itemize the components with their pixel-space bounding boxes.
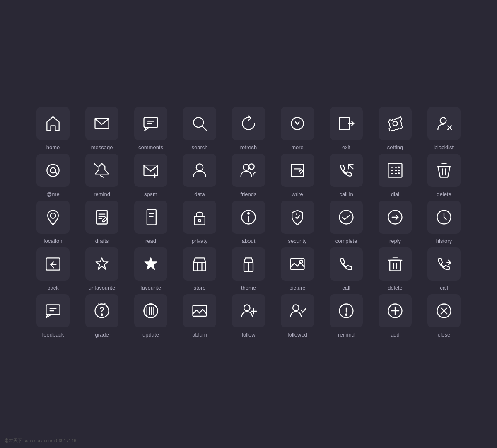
icon-spam[interactable]: spam — [128, 154, 174, 197]
icon-update[interactable]: update — [128, 294, 174, 338]
icon-row-2: @me remind spam data friends — [30, 154, 467, 197]
icon-atme[interactable]: @me — [30, 154, 76, 197]
icon-unfavourite[interactable]: unfavourite — [79, 247, 125, 291]
icon-more[interactable]: more — [275, 107, 320, 150]
icon-row-4: back unfavourite favourite store theme — [30, 247, 467, 291]
icon-exit[interactable]: exit — [323, 107, 369, 150]
svg-line-17 — [100, 176, 103, 177]
icon-comments[interactable]: comments — [128, 107, 174, 150]
svg-point-81 — [101, 314, 103, 315]
svg-point-13 — [47, 164, 59, 176]
icon-row-3: location drafts read privaty about — [30, 201, 467, 244]
icon-setting[interactable]: setting — [372, 107, 418, 150]
svg-point-24 — [249, 164, 254, 169]
icon-dial[interactable]: dial — [372, 154, 418, 197]
svg-point-70 — [300, 260, 303, 263]
icon-picture[interactable]: picture — [275, 247, 320, 291]
svg-point-51 — [198, 220, 201, 222]
icon-close[interactable]: close — [421, 294, 467, 338]
icon-data[interactable]: data — [177, 154, 222, 197]
svg-point-58 — [340, 211, 353, 224]
svg-line-27 — [349, 164, 353, 169]
icon-remind2[interactable]: remind — [323, 294, 369, 338]
icon-grid: home message comments search refresh — [14, 82, 483, 366]
icon-call-in[interactable]: call in — [323, 154, 369, 197]
svg-point-6 — [291, 117, 303, 129]
svg-point-10 — [440, 117, 446, 124]
icon-home[interactable]: home — [30, 107, 76, 150]
svg-rect-77 — [46, 305, 60, 315]
svg-point-23 — [243, 164, 249, 170]
icon-feedback[interactable]: feedback — [30, 294, 76, 338]
svg-rect-71 — [390, 260, 400, 271]
svg-point-54 — [248, 213, 249, 214]
svg-line-18 — [94, 164, 97, 167]
icon-favourite[interactable]: favourite — [128, 247, 174, 291]
icon-message[interactable]: message — [79, 107, 125, 150]
icon-search[interactable]: search — [177, 107, 222, 150]
icon-delete[interactable]: delete — [421, 154, 467, 197]
icon-history[interactable]: history — [421, 201, 467, 244]
icon-add[interactable]: add — [372, 294, 418, 338]
svg-point-22 — [196, 164, 203, 171]
icon-delete-trash[interactable]: delete — [372, 247, 418, 291]
icon-friends[interactable]: friends — [226, 154, 271, 197]
icon-call-2[interactable]: call — [421, 247, 467, 291]
svg-rect-47 — [147, 210, 156, 225]
svg-rect-62 — [46, 258, 60, 270]
svg-marker-15 — [95, 164, 109, 174]
icon-drafts[interactable]: drafts — [79, 201, 125, 244]
svg-point-14 — [51, 168, 56, 173]
icon-row-5: feedback grade update ablum follow — [30, 294, 467, 338]
svg-line-5 — [202, 126, 207, 131]
icon-write[interactable]: write — [275, 154, 320, 197]
svg-line-56 — [297, 216, 299, 218]
svg-rect-50 — [194, 216, 205, 225]
icon-reply[interactable]: reply — [372, 201, 418, 244]
icon-privaty[interactable]: privaty — [177, 201, 222, 244]
icon-location[interactable]: location — [30, 201, 76, 244]
svg-point-91 — [244, 305, 250, 311]
svg-marker-65 — [145, 258, 157, 269]
icon-back[interactable]: back — [30, 247, 76, 291]
svg-point-9 — [393, 121, 398, 126]
svg-point-89 — [144, 304, 158, 318]
icon-store[interactable]: store — [177, 247, 222, 291]
svg-point-97 — [345, 314, 347, 315]
icon-complete[interactable]: complete — [323, 201, 369, 244]
svg-marker-64 — [96, 258, 108, 269]
svg-point-94 — [293, 305, 299, 311]
icon-security[interactable]: security — [275, 201, 320, 244]
icon-refresh[interactable]: refresh — [226, 107, 271, 150]
icon-grade[interactable]: grade — [79, 294, 125, 338]
icon-about[interactable]: about — [226, 201, 271, 244]
svg-rect-7 — [340, 117, 350, 129]
icon-ablum[interactable]: ablum — [177, 294, 222, 338]
icon-read[interactable]: read — [128, 201, 174, 244]
svg-rect-66 — [193, 262, 205, 271]
svg-rect-19 — [144, 165, 158, 176]
icon-follow[interactable]: follow — [226, 294, 271, 338]
icon-blacklist[interactable]: blacklist — [421, 107, 467, 150]
icon-remind[interactable]: remind — [79, 154, 125, 197]
watermark: 素材天下 sucaisucai.com 06917146 — [4, 438, 76, 444]
svg-point-42 — [51, 213, 56, 218]
icon-followed[interactable]: followed — [275, 294, 320, 338]
svg-rect-1 — [144, 117, 158, 127]
icon-call-1[interactable]: call — [323, 247, 369, 291]
icon-theme[interactable]: theme — [226, 247, 271, 291]
icon-row-1: home message comments search refresh — [30, 107, 467, 150]
svg-rect-0 — [95, 118, 109, 129]
